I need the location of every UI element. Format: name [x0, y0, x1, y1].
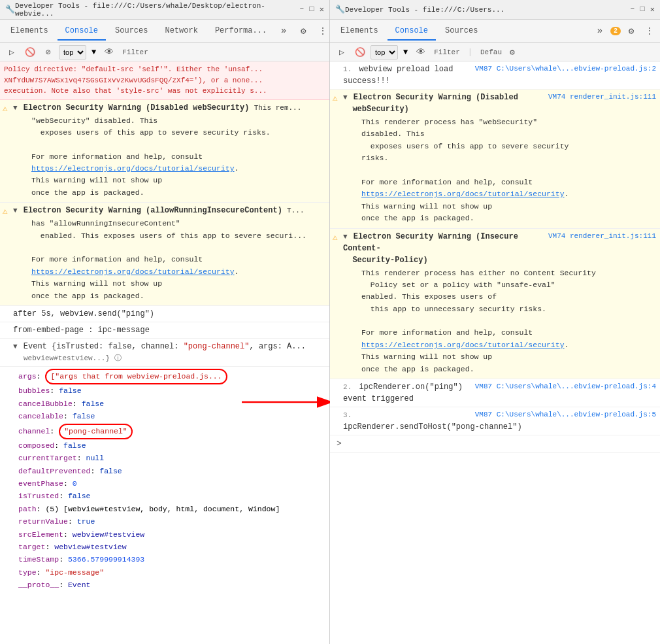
left-more-options-btn[interactable]: ⋮ — [315, 23, 331, 39]
right-entry-3-number: 3. — [343, 411, 352, 419]
left-prop-cancelable: cancelable: false — [18, 411, 325, 422]
left-clear-btn[interactable]: 🚫 — [22, 44, 38, 60]
left-console-content[interactable]: Policy directive: "default-src 'self'". … — [0, 61, 329, 644]
right-warning-icon-1: ⚠ — [333, 92, 338, 105]
right-entry-3: 3. VM87 C:\Users\whale\...ebview-preload… — [330, 407, 660, 435]
left-event-subtext: webview#testview...} ⓘ — [13, 354, 122, 362]
right-maximize-btn[interactable]: □ — [640, 5, 645, 14]
right-tab-sources[interactable]: Sources — [437, 22, 486, 41]
right-context-select[interactable]: top — [371, 45, 398, 59]
left-prop-timestamp: timeStamp: 5366.579999914393 — [18, 554, 325, 566]
left-warning-icon-1: ⚠ — [3, 103, 8, 116]
left-prop-currenttarget: currentTarget: null — [18, 452, 325, 464]
right-entry-2-source[interactable]: VM87 C:\Users\whale\...ebview-preload.js… — [475, 381, 656, 392]
left-after5s-text: after 5s, webview.send("ping") — [13, 309, 154, 318]
left-insecure-title: Electron Security Warning (allowRunningI… — [24, 206, 282, 215]
right-expand-websecurity[interactable] — [343, 92, 348, 103]
right-websecurity-body: This renderer process has "webSecurity" … — [343, 115, 656, 226]
left-channel-value-highlight: "pong-channel" — [59, 424, 133, 439]
left-prop-istrusted: isTrusted: false — [18, 490, 325, 502]
left-prop-target: target: webview#testview — [18, 541, 325, 553]
right-eye-btn[interactable]: 👁 — [413, 44, 429, 60]
right-prompt-symbol: > — [337, 439, 342, 449]
left-entry-event: Event {isTrusted: false, channel: "pong-… — [0, 339, 329, 367]
right-csp-title: Electron Security Warning (Insecure Cont… — [343, 232, 518, 265]
left-expand-event[interactable] — [13, 341, 18, 352]
left-context-select[interactable]: top — [59, 45, 86, 59]
right-websecurity-source[interactable]: VM74 renderer_init.js:111 — [548, 92, 656, 103]
left-prop-cancelbubble: cancelBubble: false — [18, 398, 325, 410]
left-entry-websecurity: ⚠ Electron Security Warning (Disabled we… — [0, 100, 329, 203]
right-toolbar: ▷ 🚫 top ▼ 👁 Filter | Defau ⚙ — [330, 43, 660, 61]
right-warning-icon-2: ⚠ — [333, 231, 338, 245]
left-tab-bar: Elements Console Sources Network Perform… — [0, 20, 329, 43]
left-prop-channel: channel: "pong-channel" — [18, 424, 325, 439]
right-more-options-btn[interactable]: ⋮ — [642, 23, 657, 39]
left-prop-composed: composed: false — [18, 440, 325, 452]
right-entry-csp: ⚠ VM74 renderer_init.js:111 Electron Sec… — [330, 229, 660, 380]
right-clear-btn[interactable]: 🚫 — [352, 44, 368, 60]
right-minimize-btn[interactable]: – — [630, 5, 635, 14]
right-filter-label: Filter — [434, 48, 460, 56]
right-entry-1-source[interactable]: VM87 C:\Users\whale\...ebview-preload.js… — [475, 63, 656, 75]
left-tab-console[interactable]: Console — [58, 22, 106, 41]
devtools-right: 🔧 Developer Tools - file:///C:/Users... … — [330, 0, 660, 644]
left-expand-insecure[interactable] — [13, 205, 18, 216]
left-minimize-btn[interactable]: – — [299, 5, 304, 14]
left-expand-websecurity[interactable] — [13, 103, 18, 114]
left-entry-embed: from-embed-page : ipc-message — [0, 322, 329, 339]
left-event-text: Event {isTrusted: false, channel: "pong-… — [24, 342, 306, 351]
left-stop-btn[interactable]: ⊘ — [41, 44, 56, 60]
left-close-btn[interactable]: ✕ — [320, 5, 324, 14]
left-tab-sources[interactable]: Sources — [107, 22, 156, 41]
left-prop-proto: __proto__: Event — [18, 579, 325, 591]
right-entry-2-text: ipcRenderer.on("ping") event triggered — [343, 382, 463, 403]
left-eye-btn[interactable]: 👁 — [101, 44, 117, 60]
left-title-text: Developer Tools - file:///C:/Users/whale… — [15, 2, 299, 18]
left-more-tabs-btn[interactable]: » — [276, 23, 291, 39]
right-websecurity-title: Electron Security Warning (Disabled webS… — [343, 93, 518, 114]
left-prop-bubbles: bubbles: false — [18, 385, 325, 397]
right-devtools-icon: 🔧 — [335, 5, 345, 14]
right-defau-label: Defau — [480, 48, 502, 56]
right-csp-link[interactable]: https://electronjs.org/docs/tutorial/sec… — [361, 341, 565, 349]
left-title-bar: 🔧 Developer Tools - file:///C:/Users/wha… — [0, 0, 329, 20]
left-tab-network[interactable]: Network — [157, 22, 205, 41]
right-entry-1-text: webview preload load success!!! — [343, 65, 453, 86]
left-warning-icon-2: ⚠ — [3, 205, 8, 218]
right-console-content[interactable]: 1. VM87 C:\Users\whale\...ebview-preload… — [330, 61, 660, 644]
right-csp-source[interactable]: VM74 renderer_init.js:111 — [548, 231, 656, 242]
right-tab-console[interactable]: Console — [388, 22, 436, 41]
right-badge-count: 2 — [610, 27, 621, 35]
right-gear-btn[interactable]: ⚙ — [504, 44, 520, 60]
right-websecurity-link[interactable]: https://electronjs.org/docs/tutorial/sec… — [361, 190, 565, 198]
right-entry-2: 2. VM87 C:\Users\whale\...ebview-preload… — [330, 379, 660, 407]
right-tab-bar: Elements Console Sources » 2 ⚙ ⋮ — [330, 20, 660, 43]
left-entry-insecure-content: ⚠ Electron Security Warning (allowRunnin… — [0, 203, 329, 306]
left-prop-returnvalue: returnValue: true — [18, 516, 325, 528]
right-title-text: Developer Tools - file:///C:/Users... — [345, 6, 630, 14]
right-close-btn[interactable]: ✕ — [650, 5, 655, 14]
left-toolbar: ▷ 🚫 ⊘ top ▼ 👁 Filter — [0, 43, 329, 61]
left-websecurity-body: "webSecurity" disabled. This exposes use… — [13, 114, 325, 201]
left-tab-performance[interactable]: Performa... — [207, 22, 274, 41]
left-settings-btn[interactable]: ⚙ — [295, 23, 311, 39]
left-websecurity-link[interactable]: https://electronjs.org/docs/tutorial/sec… — [31, 164, 235, 173]
right-entry-1-number: 1. — [343, 65, 352, 73]
right-settings-btn[interactable]: ⚙ — [623, 23, 639, 39]
left-execute-btn[interactable]: ▷ — [4, 44, 20, 60]
left-tab-elements[interactable]: Elements — [3, 22, 56, 41]
left-entry-after5s: after 5s, webview.send("ping") — [0, 306, 329, 322]
right-tab-elements[interactable]: Elements — [333, 22, 386, 41]
right-entry-2-number: 2. — [343, 383, 352, 391]
right-entry-3-source[interactable]: VM87 C:\Users\whale\...ebview-preload.js… — [475, 409, 656, 420]
left-insecure-link[interactable]: https://electronjs.org/docs/tutorial/sec… — [31, 267, 235, 276]
left-insecure-body: has "allowRunningInsecureContent" enable… — [13, 216, 325, 303]
right-title-bar: 🔧 Developer Tools - file:///C:/Users... … — [330, 0, 660, 20]
left-prop-srcelement: srcElement: webview#testview — [18, 529, 325, 541]
left-args-value-highlight: ["args that from webview-preload.js... — [45, 369, 227, 384]
right-more-tabs-btn[interactable]: » — [592, 23, 608, 39]
right-execute-btn[interactable]: ▷ — [334, 44, 350, 60]
left-maximize-btn[interactable]: □ — [310, 5, 314, 14]
right-expand-csp[interactable] — [343, 231, 348, 243]
